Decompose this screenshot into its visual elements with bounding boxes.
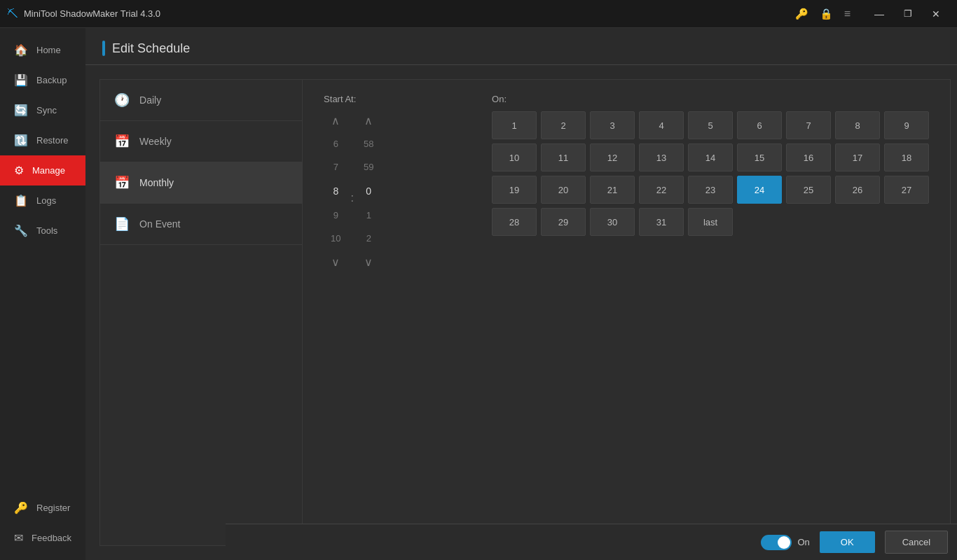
day-cell-6[interactable]: 6 [737,111,782,139]
day-cell-23[interactable]: 23 [688,176,733,204]
day-cell-26[interactable]: 26 [835,176,880,204]
sidebar-item-feedback[interactable]: ✉ Feedback [0,523,85,553]
menu-icon[interactable]: ≡ [844,8,851,20]
key-icon[interactable]: 🔑 [795,8,808,20]
min-58: 58 [357,133,380,155]
sidebar-label-restore: Restore [36,135,69,146]
sidebar-label-register: Register [36,503,70,513]
schedule-types-panel: 🕐 Daily📅 Weekly📅 Monthly📄 On Event [99,79,303,546]
footer-bar: On OK Cancel [226,524,957,560]
day-cell-3[interactable]: 3 [590,111,635,139]
day-cell-8[interactable]: 8 [835,111,880,139]
page-title: Edit Schedule [112,41,190,56]
hours-up-button[interactable]: ∧ [326,111,345,130]
schedule-type-on_event[interactable]: 📄 On Event [100,204,302,245]
sidebar-item-tools[interactable]: 🔧 Tools [0,216,85,246]
lock-icon[interactable]: 🔒 [820,8,833,20]
on-off-toggle[interactable] [761,535,792,550]
day-cell-15[interactable]: 15 [737,144,782,172]
day-cell-last[interactable]: last [688,208,733,236]
close-button[interactable]: ✕ [922,4,950,24]
on-label: On: [492,94,929,104]
sidebar-item-manage[interactable]: ⚙ Manage [0,155,85,186]
day-cell-11[interactable]: 11 [541,144,586,172]
schedule-type-weekly[interactable]: 📅 Weekly [100,121,302,162]
day-cell-4[interactable]: 4 [639,111,684,139]
day-cell-29[interactable]: 29 [541,208,586,236]
day-cell-25[interactable]: 25 [786,176,831,204]
day-cell-17[interactable]: 17 [835,144,880,172]
sidebar-item-sync[interactable]: 🔄 Sync [0,95,85,125]
time-colon: : [348,192,357,204]
hours-down-button[interactable]: ∨ [326,253,345,272]
day-cell-1[interactable]: 1 [492,111,537,139]
tools-icon: 🔧 [14,224,28,237]
title-accent [102,41,105,56]
window-controls: — ❐ ✕ [865,4,950,24]
day-cell-5[interactable]: 5 [688,111,733,139]
main-layout: 🏠 Home💾 Backup🔄 Sync🔃 Restore⚙ Manage📋 L… [0,28,957,560]
day-cell-22[interactable]: 22 [639,176,684,204]
day-cell-19[interactable]: 19 [492,176,537,204]
toggle-label: On [797,537,809,547]
day-cell-12[interactable]: 12 [590,144,635,172]
nav-items: 🏠 Home💾 Backup🔄 Sync🔃 Restore⚙ Manage📋 L… [0,35,85,246]
day-cell-7[interactable]: 7 [786,111,831,139]
day-cell-14[interactable]: 14 [688,144,733,172]
toggle-knob [778,536,790,549]
hour-9: 9 [326,204,345,226]
hour-8-current: 8 [326,180,345,203]
day-cell-28[interactable]: 28 [492,208,537,236]
minimize-button[interactable]: — [865,4,894,24]
sidebar-item-home[interactable]: 🏠 Home [0,35,85,65]
schedule-type-monthly[interactable]: 📅 Monthly [100,162,302,204]
day-cell-24[interactable]: 24 [737,176,782,204]
sidebar-item-backup[interactable]: 💾 Backup [0,65,85,95]
schedule-config-panel: Start At: ∧ 6 7 8 9 10 [303,79,951,546]
sidebar-label-manage: Manage [32,165,65,176]
sidebar-label-logs: Logs [36,195,56,206]
sync-icon: 🔄 [14,104,28,117]
daily-type-label: Daily [139,94,161,106]
backup-icon: 💾 [14,74,28,87]
weekly-type-icon: 📅 [114,134,130,149]
monthly-type-icon: 📅 [114,175,130,190]
day-cell-21[interactable]: 21 [590,176,635,204]
day-cell-30[interactable]: 30 [590,208,635,236]
schedule-type-daily[interactable]: 🕐 Daily [100,80,302,121]
sidebar-label-backup: Backup [36,75,67,85]
day-cell-10[interactable]: 10 [492,144,537,172]
sidebar-item-restore[interactable]: 🔃 Restore [0,125,85,155]
cancel-button[interactable]: Cancel [885,531,948,554]
minutes-values: 58 59 0 1 2 [357,133,380,250]
feedback-icon: ✉ [14,531,23,545]
daily-type-icon: 🕐 [114,92,130,108]
schedule-editor: 🕐 Daily📅 Weekly📅 Monthly📄 On Event Start… [85,65,957,560]
logs-icon: 📋 [14,194,28,207]
start-at-label: Start At: [324,94,356,104]
day-cell-2[interactable]: 2 [541,111,586,139]
min-0-current: 0 [359,180,378,203]
sidebar: 🏠 Home💾 Backup🔄 Sync🔃 Restore⚙ Manage📋 L… [0,28,85,560]
minutes-up-button[interactable]: ∧ [359,111,378,130]
hours-column: ∧ 6 7 8 9 10 ∨ [324,111,347,272]
day-cell-31[interactable]: 31 [639,208,684,236]
minutes-column: ∧ 58 59 0 1 2 ∨ [357,111,380,272]
restore-button[interactable]: ❐ [894,4,922,24]
day-cell-18[interactable]: 18 [884,144,929,172]
sidebar-item-register[interactable]: 🔑 Register [0,493,85,523]
day-cell-13[interactable]: 13 [639,144,684,172]
day-cell-9[interactable]: 9 [884,111,929,139]
minutes-down-button[interactable]: ∨ [359,253,378,272]
day-cell-16[interactable]: 16 [786,144,831,172]
day-cell-27[interactable]: 27 [884,176,929,204]
ok-button[interactable]: OK [820,531,875,553]
sidebar-item-logs[interactable]: 📋 Logs [0,186,85,216]
day-cell-20[interactable]: 20 [541,176,586,204]
hour-7: 7 [326,156,345,178]
sidebar-label-sync: Sync [36,105,57,115]
day-grid: 1234567891011121314151617181920212223242… [492,111,929,236]
sidebar-label-feedback: Feedback [32,533,71,543]
home-icon: 🏠 [14,43,28,57]
monthly-type-label: Monthly [139,177,174,188]
